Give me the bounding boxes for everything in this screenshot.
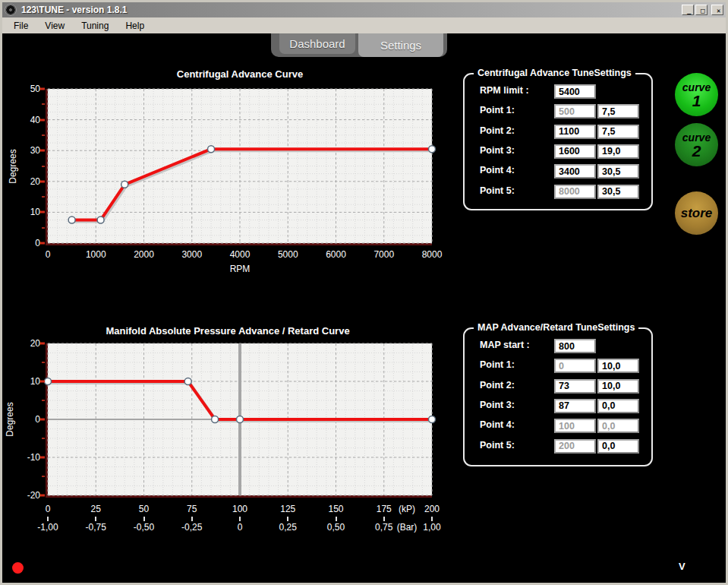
- x-tick-label: 6000: [326, 249, 346, 260]
- data-point-marker[interactable]: [45, 378, 52, 385]
- x-tick-label: 150: [328, 504, 343, 514]
- field-label-point-1: Point 1:: [480, 105, 515, 115]
- tab-strip: DashboardSettings: [271, 33, 447, 57]
- x-tick-label: 200: [424, 504, 440, 514]
- x-tick-label: 0,50: [327, 522, 345, 533]
- plot-area[interactable]: [46, 343, 432, 498]
- point-2-value-input[interactable]: [554, 125, 596, 139]
- x-tick-label: 1000: [86, 249, 106, 260]
- y-minor-tick-mark: [42, 362, 45, 363]
- x-tick-mark: [287, 517, 288, 521]
- x-tick-mark: [191, 517, 193, 521]
- y-tick-label: 50: [30, 84, 40, 94]
- x-tick-label: -0,75: [86, 522, 106, 533]
- y-tick-label: 20: [30, 338, 40, 349]
- y-tick-label: -10: [27, 452, 40, 463]
- data-point-marker[interactable]: [208, 146, 215, 153]
- y-tick-mark: [40, 457, 45, 459]
- x-tick-label: 75: [187, 504, 197, 514]
- x-tick-label: 0: [46, 504, 51, 514]
- point-3-value-input[interactable]: [554, 399, 596, 413]
- x-tick-label: -0,50: [134, 522, 154, 533]
- data-point-marker[interactable]: [212, 416, 219, 423]
- y-minor-tick-mark: [42, 400, 45, 401]
- data-point-marker[interactable]: [68, 217, 75, 223]
- y-axis-label: Degrees: [8, 149, 18, 183]
- point-2-degrees-input[interactable]: [597, 125, 639, 139]
- window-title: 123\TUNE - version 1.8.1: [21, 5, 127, 15]
- y-axis-label: Degrees: [5, 402, 15, 436]
- y-minor-tick-mark: [42, 103, 45, 105]
- chart-title: Manifold Absolute Pressure Advance / Ret…: [106, 325, 349, 337]
- y-tick-mark: [40, 495, 45, 497]
- y-tick-mark: [40, 381, 45, 383]
- field-label-point-1: Point 1:: [480, 359, 515, 370]
- menu-item-tuning[interactable]: Tuning: [73, 19, 117, 33]
- y-tick-mark: [40, 150, 45, 152]
- y-tick-label: 10: [30, 376, 40, 387]
- y-minor-tick-mark: [42, 196, 45, 198]
- x-tick-label: 25: [91, 504, 101, 514]
- maximize-button[interactable]: □: [695, 5, 708, 15]
- menu-item-help[interactable]: Help: [117, 19, 153, 33]
- button-label: store: [681, 206, 713, 221]
- x-tick-mark: [336, 517, 337, 521]
- store-button[interactable]: store: [675, 191, 718, 235]
- y-tick-mark: [40, 343, 45, 345]
- data-point-marker[interactable]: [184, 378, 191, 385]
- x-tick-label: -0,25: [181, 522, 202, 533]
- x-tick-label: 3000: [181, 249, 202, 260]
- field-label-point-5: Point 5:: [480, 440, 515, 451]
- button-label: 1: [692, 93, 701, 108]
- curve-1-button[interactable]: curve1: [675, 73, 718, 116]
- tab-settings[interactable]: Settings: [358, 33, 443, 57]
- curve-2-button[interactable]: curve2: [675, 123, 718, 166]
- chart-canvas[interactable]: [48, 343, 432, 495]
- point-4-degrees-input[interactable]: [597, 164, 639, 179]
- x-tick-label: 0,75: [375, 522, 392, 533]
- x-tick-label: 0: [238, 522, 243, 533]
- point-1-degrees-input[interactable]: [597, 359, 639, 373]
- rpm-limit-value-input[interactable]: [554, 84, 596, 99]
- plot-area[interactable]: [46, 89, 432, 245]
- data-point-marker[interactable]: [429, 416, 436, 423]
- point-3-degrees-input[interactable]: [597, 399, 639, 413]
- point-5-degrees-input[interactable]: [597, 185, 639, 199]
- y-minor-tick-mark: [42, 166, 45, 167]
- x-tick-mark: [47, 517, 49, 521]
- menu-item-view[interactable]: View: [36, 19, 73, 33]
- minimize-button[interactable]: _: [682, 5, 694, 15]
- title-bar[interactable]: 123\TUNE - version 1.8.1 _□✕: [2, 2, 726, 17]
- data-point-marker[interactable]: [121, 181, 128, 188]
- point-4-degrees-input: [597, 419, 639, 433]
- map-start-value-input[interactable]: [554, 339, 596, 353]
- app-window: 123\TUNE - version 1.8.1 _□✕ FileViewTun…: [0, 0, 728, 585]
- y-tick-mark: [40, 211, 45, 213]
- y-tick-label: 40: [30, 115, 40, 125]
- chart-canvas[interactable]: [48, 89, 432, 243]
- point-1-degrees-input[interactable]: [597, 104, 639, 119]
- data-point-marker[interactable]: [97, 217, 104, 223]
- point-2-value-input[interactable]: [554, 379, 596, 394]
- point-4-value-input[interactable]: [554, 164, 596, 179]
- point-2-degrees-input[interactable]: [597, 379, 639, 394]
- menu-item-file[interactable]: File: [5, 19, 36, 33]
- data-point-marker[interactable]: [237, 416, 244, 423]
- field-label-point-4: Point 4:: [480, 165, 515, 176]
- close-button[interactable]: ✕: [711, 5, 723, 15]
- x-axis-label: RPM: [230, 264, 251, 274]
- data-point-marker[interactable]: [429, 146, 436, 153]
- field-label-point-3: Point 3:: [480, 400, 515, 410]
- point-3-value-input[interactable]: [554, 144, 596, 159]
- tab-dashboard[interactable]: Dashboard: [279, 33, 355, 54]
- window-controls: _□✕: [682, 5, 723, 15]
- menu-bar: FileViewTuningHelp: [2, 17, 726, 33]
- point-3-degrees-input[interactable]: [597, 144, 639, 159]
- point-5-value-input: [554, 185, 596, 199]
- x-tick-label: 50: [139, 504, 149, 514]
- axis-unit-label: (kP): [399, 504, 415, 514]
- point-5-degrees-input[interactable]: [597, 439, 639, 454]
- field-label-point-5: Point 5:: [480, 185, 515, 196]
- x-tick-label: 1,00: [423, 522, 440, 533]
- x-tick-label: -1,00: [37, 522, 58, 533]
